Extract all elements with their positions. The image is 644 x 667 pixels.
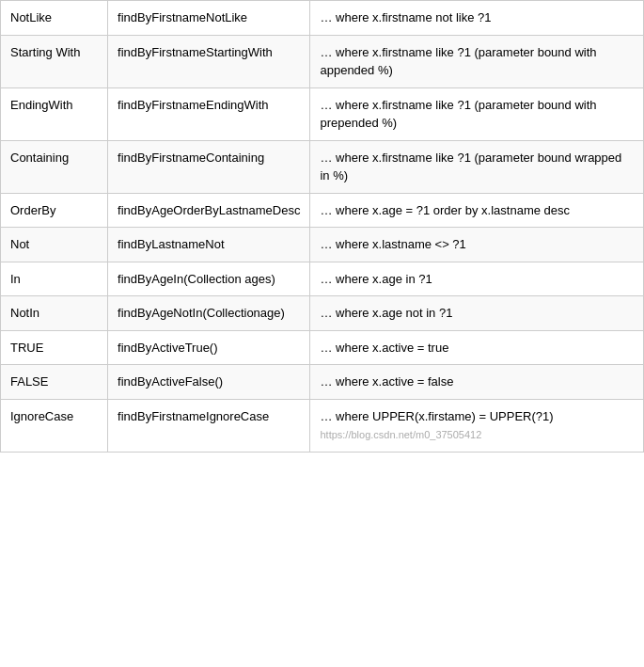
method-cell: findByFirstnameNotLike (108, 1, 310, 36)
keyword-cell: Not (1, 228, 108, 262)
table-row: TRUEfindByActiveTrue()… where x.active =… (1, 330, 644, 365)
keyword-cell: In (1, 262, 108, 296)
query-cell: … where x.firstname like ?1 (parameter b… (310, 87, 644, 140)
query-cell: … where x.age not in ?1 (310, 296, 644, 331)
watermark-text: https://blog.csdn.net/m0_37505412 (320, 429, 485, 440)
keyword-table: NotLikefindByFirstnameNotLike… where x.f… (0, 0, 644, 453)
keyword-cell: OrderBy (1, 193, 108, 228)
table-row: NotfindByLastnameNot… where x.lastname <… (1, 228, 644, 262)
method-cell: findByAgeNotIn(Collectionage) (108, 296, 310, 331)
query-cell: … where x.firstname not like ?1 (310, 1, 644, 36)
table-row: FALSEfindByActiveFalse()… where x.active… (1, 365, 644, 400)
table-row: IgnoreCasefindByFirstnameIgnoreCase… whe… (1, 399, 644, 452)
table-row: NotLikefindByFirstnameNotLike… where x.f… (1, 1, 644, 36)
method-cell: findByFirstnameEndingWith (108, 87, 310, 140)
keyword-cell: Starting With (1, 35, 108, 87)
query-cell: … where UPPER(x.firstame) = UPPER(?1)htt… (310, 399, 644, 452)
method-cell: findByFirstnameStartingWith (108, 35, 310, 87)
method-cell: findByActiveFalse() (108, 365, 310, 400)
method-cell: findByFirstnameContaining (108, 140, 310, 193)
method-cell: findByActiveTrue() (108, 330, 310, 365)
keyword-cell: IgnoreCase (1, 399, 108, 452)
keyword-cell: TRUE (1, 330, 108, 365)
query-cell: … where x.firstname like ?1 (parameter b… (310, 140, 644, 193)
query-cell: … where x.age = ?1 order by x.lastname d… (310, 193, 644, 228)
table-row: InfindByAgeIn(Collection ages)… where x.… (1, 262, 644, 296)
keyword-cell: EndingWith (1, 87, 108, 140)
table-row: EndingWithfindByFirstnameEndingWith… whe… (1, 87, 644, 140)
method-cell: findByLastnameNot (108, 228, 310, 262)
keyword-cell: Containing (1, 140, 108, 193)
query-cell: … where x.lastname <> ?1 (310, 228, 644, 262)
table-row: ContainingfindByFirstnameContaining… whe… (1, 140, 644, 193)
query-cell: … where x.firstname like ?1 (parameter b… (310, 35, 644, 87)
method-cell: findByFirstnameIgnoreCase (108, 399, 310, 452)
keyword-cell: FALSE (1, 365, 108, 400)
table-row: Starting WithfindByFirstnameStartingWith… (1, 35, 644, 87)
table-row: NotInfindByAgeNotIn(Collectionage)… wher… (1, 296, 644, 331)
query-cell: … where x.active = true (310, 330, 644, 365)
query-cell: … where x.active = false (310, 365, 644, 400)
keyword-cell: NotLike (1, 1, 108, 36)
method-cell: findByAgeOrderByLastnameDesc (108, 193, 310, 228)
method-cell: findByAgeIn(Collection ages) (108, 262, 310, 296)
query-cell: … where x.age in ?1 (310, 262, 644, 296)
table-row: OrderByfindByAgeOrderByLastnameDesc… whe… (1, 193, 644, 228)
keyword-cell: NotIn (1, 296, 108, 331)
